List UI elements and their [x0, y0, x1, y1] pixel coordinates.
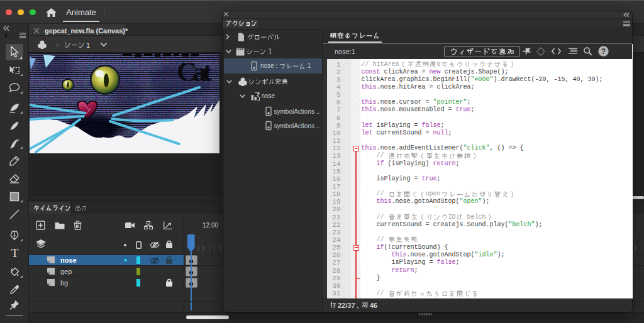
svg-text:Cat: Cat	[177, 57, 212, 87]
svg-text:?: ?	[601, 47, 606, 56]
